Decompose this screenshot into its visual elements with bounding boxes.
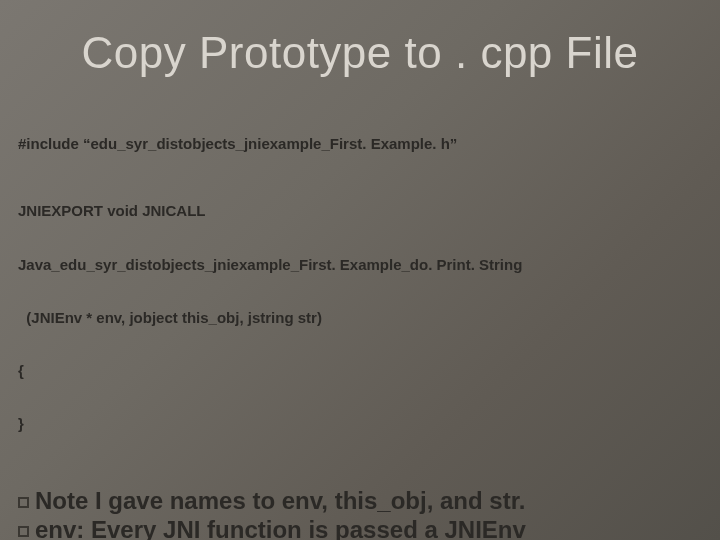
include-line: #include “edu_syr_distobjects_jniexample… [18, 135, 702, 153]
bullet-icon [18, 526, 29, 537]
note-text: Note I gave names to env, this_obj, and … [35, 487, 525, 514]
notes-block: Note I gave names to env, this_obj, and … [18, 486, 702, 540]
code-line-1: JNIEXPORT void JNICALL [18, 202, 702, 220]
note-text: env: Every JNI function is passed a JNIE… [35, 516, 526, 540]
code-line-3: (JNIEnv * env, jobject this_obj, jstring… [18, 309, 702, 327]
note-line: env: Every JNI function is passed a JNIE… [18, 515, 702, 540]
code-block: #include “edu_syr_distobjects_jniexample… [18, 100, 702, 468]
code-line-2: Java_edu_syr_distobjects_jniexample_Firs… [18, 256, 702, 274]
note-line: Note I gave names to env, this_obj, and … [18, 486, 702, 515]
slide-title: Copy Prototype to . cpp File [18, 28, 702, 78]
code-line-5: } [18, 415, 702, 433]
code-line-4: { [18, 362, 702, 380]
slide: Copy Prototype to . cpp File #include “e… [0, 0, 720, 540]
bullet-icon [18, 497, 29, 508]
